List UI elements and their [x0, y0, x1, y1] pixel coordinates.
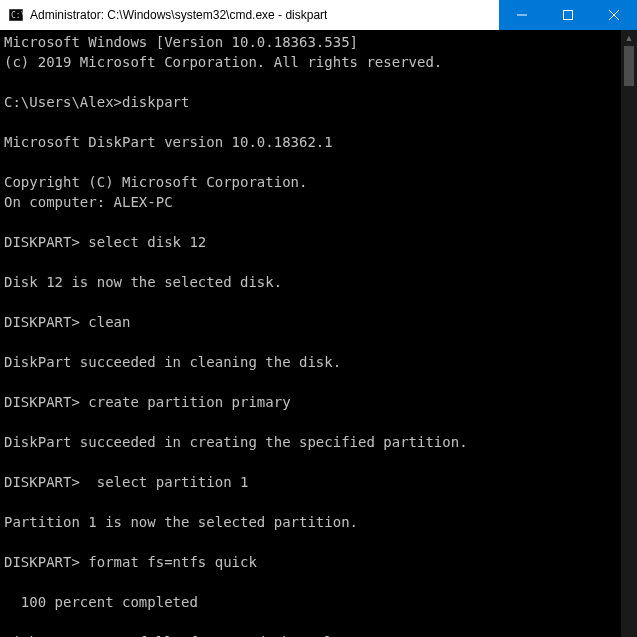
console-line: Disk 12 is now the selected disk. — [4, 272, 617, 292]
console-line — [4, 532, 617, 552]
console-line — [4, 612, 617, 632]
titlebar[interactable]: C:\ Administrator: C:\Windows\system32\c… — [0, 0, 637, 30]
console-line: DISKPART> format fs=ntfs quick — [4, 552, 617, 572]
scroll-thumb[interactable] — [624, 46, 634, 86]
console-line: DISKPART> select partition 1 — [4, 472, 617, 492]
console-line: DiskPart successfully formatted the volu… — [4, 632, 617, 637]
console-area: Microsoft Windows [Version 10.0.18363.53… — [0, 30, 637, 637]
console-line — [4, 452, 617, 472]
console-line — [4, 112, 617, 132]
console-line — [4, 412, 617, 432]
svg-text:C:\: C:\ — [11, 11, 23, 20]
console-line: DISKPART> create partition primary — [4, 392, 617, 412]
scroll-up-arrow[interactable]: ▲ — [621, 30, 637, 46]
cmd-window: C:\ Administrator: C:\Windows\system32\c… — [0, 0, 637, 637]
console-line: DISKPART> select disk 12 — [4, 232, 617, 252]
console-line: Partition 1 is now the selected partitio… — [4, 512, 617, 532]
console-line — [4, 152, 617, 172]
console-line: On computer: ALEX-PC — [4, 192, 617, 212]
console-line: (c) 2019 Microsoft Corporation. All righ… — [4, 52, 617, 72]
console-line — [4, 72, 617, 92]
window-controls — [499, 0, 637, 30]
close-button[interactable] — [591, 0, 637, 30]
cmd-icon: C:\ — [8, 7, 24, 23]
minimize-button[interactable] — [499, 0, 545, 30]
console-line: 100 percent completed — [4, 592, 617, 612]
window-title: Administrator: C:\Windows\system32\cmd.e… — [30, 8, 327, 22]
console-line — [4, 492, 617, 512]
vertical-scrollbar[interactable]: ▲ ▼ — [621, 30, 637, 637]
console-line — [4, 572, 617, 592]
console-output[interactable]: Microsoft Windows [Version 10.0.18363.53… — [0, 30, 621, 637]
console-line: Microsoft Windows [Version 10.0.18363.53… — [4, 32, 617, 52]
console-line: DISKPART> clean — [4, 312, 617, 332]
console-line: C:\Users\Alex>diskpart — [4, 92, 617, 112]
console-line: DiskPart succeeded in creating the speci… — [4, 432, 617, 452]
console-line — [4, 372, 617, 392]
svg-rect-3 — [564, 11, 573, 20]
console-line — [4, 212, 617, 232]
console-line: Copyright (C) Microsoft Corporation. — [4, 172, 617, 192]
console-line — [4, 332, 617, 352]
console-line — [4, 292, 617, 312]
maximize-button[interactable] — [545, 0, 591, 30]
console-line — [4, 252, 617, 272]
console-line: Microsoft DiskPart version 10.0.18362.1 — [4, 132, 617, 152]
console-line: DiskPart succeeded in cleaning the disk. — [4, 352, 617, 372]
